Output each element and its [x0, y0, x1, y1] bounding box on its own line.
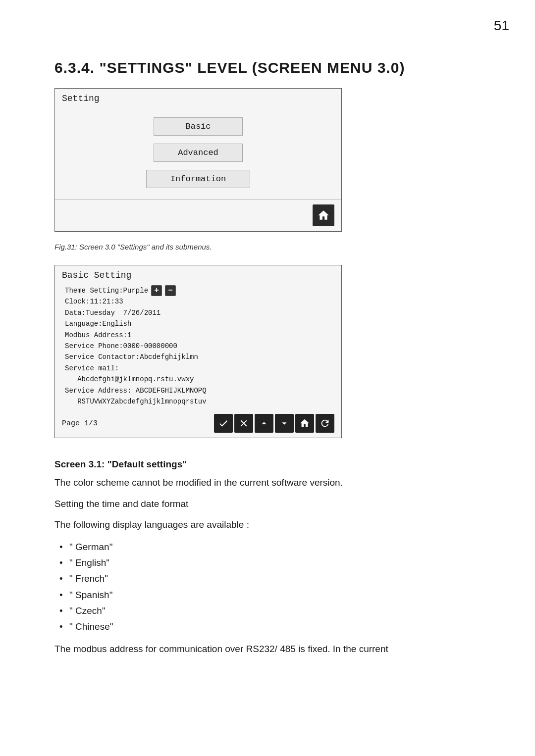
basic-setting-content: Theme Setting:Purple + − Clock:11:21:33 …: [55, 283, 341, 407]
body-paragraph-2: Setting the time and date format: [54, 497, 481, 511]
home-button[interactable]: [313, 204, 334, 226]
theme-setting-label: Theme Setting:Purple: [65, 285, 148, 296]
theme-setting-row: Theme Setting:Purple + −: [65, 285, 331, 296]
up-button[interactable]: [255, 414, 273, 433]
fig31-caption: Fig.31: Screen 3.0 "Settings" and its su…: [54, 243, 481, 251]
language-english: " English": [54, 555, 481, 571]
service-address-line1: Service Address: ABCDEFGHIJKLMNOPQ: [65, 385, 331, 396]
theme-plus-button[interactable]: +: [151, 285, 162, 296]
language-chinese: " Chinese": [54, 619, 481, 635]
down-button[interactable]: [275, 414, 294, 433]
menu-item-advanced[interactable]: Advanced: [154, 144, 243, 162]
action-buttons: [214, 414, 334, 433]
body-paragraph-3: The following display languages are avai…: [54, 518, 481, 532]
screen31-heading: Screen 3.1: "Default settings": [54, 459, 481, 470]
home-icon: [317, 209, 330, 222]
settings-menu-items: Basic Advanced Information: [55, 106, 341, 199]
back-icon: [320, 418, 330, 429]
x-icon: [238, 418, 249, 429]
settings-screen-bottom: [55, 199, 341, 231]
service-contactor-line: Service Contactor:Abcdefghijklmn: [65, 352, 331, 362]
service-phone-line: Service Phone:0000-00000000: [65, 341, 331, 352]
check-icon: [218, 418, 229, 429]
language-german: " German": [54, 539, 481, 555]
date-line: Data:Tuesday 7/26/2011: [65, 307, 331, 318]
up-icon: [259, 418, 269, 429]
language-czech: " Czech": [54, 603, 481, 619]
page-indicator: Page 1/3: [62, 419, 98, 428]
menu-item-basic[interactable]: Basic: [154, 117, 243, 136]
theme-minus-button[interactable]: −: [165, 285, 176, 296]
section-heading: 6.3.4. "SETTINGS" LEVEL (SCREEN MENU 3.0…: [54, 59, 481, 76]
language-spanish: " Spanish": [54, 587, 481, 603]
cancel-button[interactable]: [234, 414, 253, 433]
last-paragraph: The modbus address for communication ove…: [54, 642, 481, 656]
settings-screen-title: Setting: [55, 89, 341, 106]
page-number: 51: [494, 18, 509, 34]
home-action-button[interactable]: [295, 414, 314, 433]
language-list: " German" " English" " French" " Spanish…: [54, 539, 481, 635]
language-line: Language:English: [65, 318, 331, 329]
menu-item-information[interactable]: Information: [146, 170, 250, 188]
language-french: " French": [54, 571, 481, 587]
settings-screen-box: Setting Basic Advanced Information: [54, 88, 342, 232]
basic-setting-title: Basic Setting: [55, 265, 341, 283]
service-mail-label: Service mail:: [65, 363, 331, 374]
basic-setting-screen-box: Basic Setting Theme Setting:Purple + − C…: [54, 265, 342, 438]
service-address-line2: RSTUVWXYZabcdefghijklmnopqrstuv: [65, 396, 331, 407]
basic-setting-bottom: Page 1/3: [55, 410, 341, 438]
check-button[interactable]: [214, 414, 233, 433]
down-icon: [279, 418, 290, 429]
home-action-icon: [299, 418, 310, 429]
body-paragraph-1: The color scheme cannot be modified in t…: [54, 476, 481, 490]
clock-line: Clock:11:21:33: [65, 296, 331, 307]
back-button[interactable]: [316, 414, 334, 433]
service-mail-value: Abcdefghi@jklmnopq.rstu.vwxy: [65, 374, 331, 385]
modbus-line: Modbus Address:1: [65, 330, 331, 341]
